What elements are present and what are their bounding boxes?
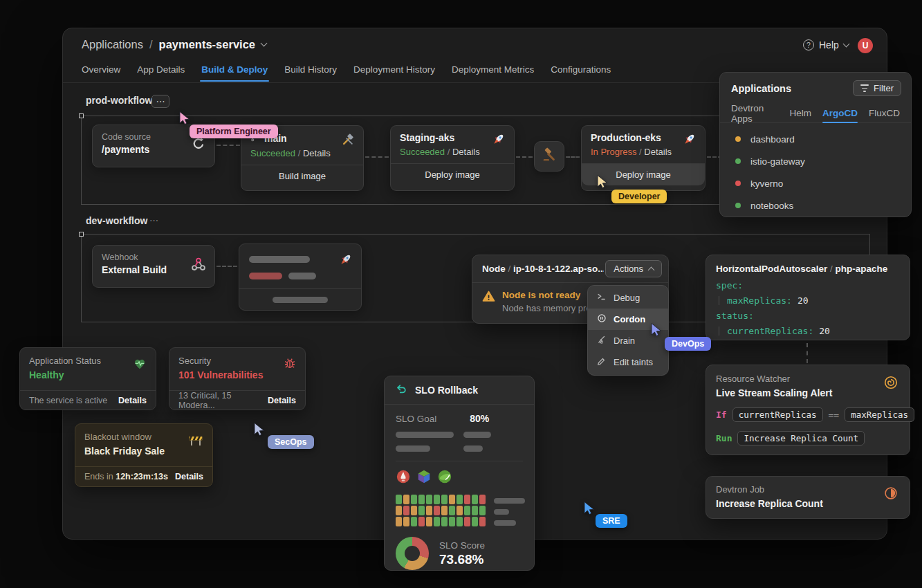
build-details-link[interactable]: Details <box>303 148 331 158</box>
app-list-item[interactable]: istio-gateway <box>720 150 911 172</box>
slo-score-value: 73.68% <box>439 552 485 567</box>
skeleton-bar-red <box>249 273 282 279</box>
heatmap-cell <box>426 495 432 504</box>
security-card-label: Security <box>178 356 296 366</box>
menu-item-edit-taints[interactable]: Edit taints <box>588 351 668 373</box>
tab-argocd[interactable]: ArgoCD <box>822 104 858 122</box>
heatmap-cell <box>464 506 470 515</box>
chevron-down-icon <box>842 40 849 47</box>
heatmap-cell <box>464 517 470 526</box>
hammer-wrench-icon <box>341 133 355 149</box>
heatmap-cell <box>403 495 409 504</box>
security-card-value: 101 Vulnerabilities <box>178 369 296 380</box>
git-icon <box>191 136 206 154</box>
pause-circle-icon <box>597 313 607 325</box>
blackout-card-label: Blackout window <box>84 432 203 442</box>
heatmap-cell <box>396 517 402 526</box>
hpa-name: php-apache <box>836 264 888 274</box>
status-card-label: Application Status <box>29 356 147 366</box>
security-card-footer: 13 Critical, 15 Modera... <box>178 391 268 410</box>
warning-icon <box>482 290 495 313</box>
heatmap-cell <box>434 517 440 526</box>
production-details-link[interactable]: Details <box>644 147 672 157</box>
resize-handle[interactable] <box>79 232 84 237</box>
staging-details-link[interactable]: Details <box>452 147 480 157</box>
heatmap-cell <box>426 506 432 515</box>
filter-button[interactable]: Filter <box>853 80 901 96</box>
blackout-details-link[interactable]: Details <box>175 472 203 481</box>
heatmap-cell <box>479 495 486 504</box>
tab-helm[interactable]: Helm <box>789 104 811 122</box>
approval-gate[interactable] <box>534 141 564 172</box>
cursor-developer <box>595 174 610 192</box>
status-card-footer: The service is active <box>29 396 107 405</box>
node-name: ip-10-8-1-122.ap-so... <box>513 264 604 274</box>
staging-card[interactable]: Staging-aks Succeeded / Details Deploy i… <box>390 125 515 191</box>
countdown-prefix: Ends in <box>84 472 113 481</box>
security-details-link[interactable]: Details <box>268 396 296 405</box>
connector <box>566 156 580 158</box>
applications-tabs: Devtron Apps Helm ArgoCD FluxCD <box>720 101 911 123</box>
build-status: Succeeded <box>250 148 295 158</box>
app-list-item[interactable]: kyverno <box>720 172 911 194</box>
skeleton-bar <box>494 509 509 515</box>
slo-rollback-panel: SLO Rollback SLO Goal 80% SLO Score <box>384 376 535 571</box>
cursor-sre <box>582 501 597 519</box>
operand-chip[interactable]: currentReplicas <box>732 407 823 422</box>
build-image-button[interactable]: Build image <box>241 165 363 187</box>
run-action-chip[interactable]: Increase Replica Count <box>737 431 865 445</box>
help-menu[interactable]: ? Help <box>803 39 849 50</box>
status-details-link[interactable]: Details <box>118 396 147 405</box>
tab-build-history[interactable]: Build History <box>284 64 337 75</box>
blackout-window-card[interactable]: Blackout window Black Friday Sale Ends i… <box>75 423 213 487</box>
tab-deployment-history[interactable]: Deployment History <box>353 64 435 75</box>
applications-panel-title: Applications <box>731 83 791 94</box>
heatmap-cell <box>441 517 448 526</box>
watcher-title: Live Stream Scaling Alert <box>716 387 900 398</box>
operand-chip[interactable]: maxReplicas <box>845 407 914 422</box>
slo-score-label: SLO Score <box>439 540 485 551</box>
tab-build-deploy[interactable]: Build & Deploy <box>201 64 268 75</box>
heatmap-cell <box>479 506 486 515</box>
heatmap-cell <box>457 517 463 526</box>
heatmap-cell <box>411 517 417 526</box>
job-label: Devtron Job <box>716 484 900 495</box>
operator: == <box>829 410 840 420</box>
avatar[interactable]: U <box>858 38 873 53</box>
resize-handle[interactable] <box>79 113 84 118</box>
chevron-down-icon[interactable] <box>261 40 268 47</box>
webhook-card[interactable]: Webhook External Build <box>92 245 215 288</box>
staging-deploy-image-button[interactable]: Deploy image <box>391 163 514 185</box>
app-list-item[interactable]: notebooks <box>720 194 911 217</box>
chevron-up-icon <box>648 266 655 273</box>
cursor-secops <box>252 422 267 440</box>
devtron-job-panel[interactable]: Devtron Job Increase Replica Count <box>706 476 910 519</box>
heatmap-cell <box>396 506 402 515</box>
heatmap-cell <box>457 506 463 515</box>
heatmap-cell <box>479 517 486 526</box>
staging-status: Succeeded <box>400 147 445 157</box>
app-list-item[interactable]: dashboard <box>720 128 911 150</box>
heatmap-cell <box>472 506 478 515</box>
tab-overview[interactable]: Overview <box>82 64 120 75</box>
hpa-kind: HorizontalPodAutoscaler <box>716 264 827 274</box>
application-status-card[interactable]: Application Status Healthy The service i… <box>19 347 156 410</box>
skeleton-bar <box>396 445 430 452</box>
tab-fluxcd[interactable]: FluxCD <box>869 104 900 122</box>
tab-configurations[interactable]: Configurations <box>551 64 611 75</box>
edit-icon <box>597 356 607 368</box>
actions-button[interactable]: Actions <box>605 260 662 277</box>
breadcrumb-applications[interactable]: Applications <box>82 38 143 51</box>
tab-app-details[interactable]: App Details <box>137 64 185 75</box>
tab-devtron-apps[interactable]: Devtron Apps <box>731 104 778 122</box>
more-options-button[interactable]: ⋯ <box>149 215 158 226</box>
gavel-icon <box>542 147 557 165</box>
node-warning-subtitle: Node has memory pre <box>502 303 591 313</box>
heatmap-cell <box>449 506 455 515</box>
more-options-button[interactable]: ⋯ <box>151 95 169 108</box>
menu-item-debug[interactable]: Debug <box>588 287 668 309</box>
tab-deployment-metrics[interactable]: Deployment Metrics <box>452 64 534 75</box>
heatmap-cell <box>396 495 402 504</box>
security-card[interactable]: Security 101 Vulnerabilities 13 Critical… <box>169 347 306 410</box>
applications-panel: Applications Filter Devtron Apps Helm Ar… <box>719 72 912 217</box>
